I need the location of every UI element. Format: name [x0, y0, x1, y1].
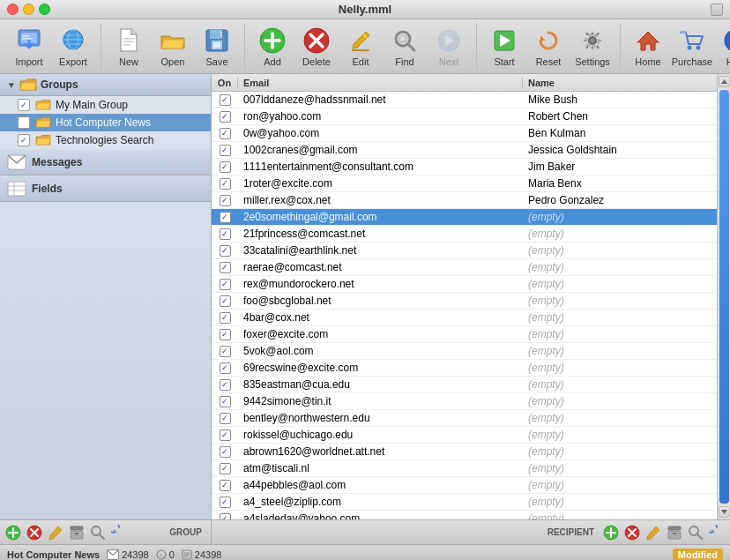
undo-recipient-button[interactable]	[707, 523, 726, 542]
cell-on[interactable]: ✓	[212, 480, 238, 491]
table-row[interactable]: ✓0w@yahoo.comBen Kulman	[212, 125, 717, 142]
remove-group-button[interactable]	[25, 523, 44, 542]
table-row[interactable]: ✓4bar@cox.net(empty)	[212, 310, 717, 326]
table-row[interactable]: ✓2e0somethingal@gmail.com(empty)	[212, 209, 717, 226]
search-recipient-button[interactable]	[686, 523, 705, 542]
row-checkbox[interactable]: ✓	[220, 245, 231, 257]
home-button[interactable]: Home	[626, 24, 670, 70]
cell-on[interactable]: ✓	[212, 379, 238, 391]
row-checkbox[interactable]: ✓	[220, 161, 231, 173]
table-row[interactable]: ✓1111entertainment@consultant.comJim Bak…	[212, 159, 717, 175]
table-body[interactable]: ✓007lddaneze@hadssnmail.netMike Bush✓ron…	[212, 92, 717, 519]
scrollbar-thumb[interactable]	[719, 90, 729, 504]
start-button[interactable]: Start	[482, 24, 526, 70]
find-button[interactable]: Find	[383, 24, 427, 70]
table-row[interactable]: ✓835eastman@cua.edu(empty)	[212, 377, 717, 393]
sidebar-item-technologies-search[interactable]: Technologies Search	[0, 131, 211, 149]
row-checkbox[interactable]: ✓	[220, 312, 231, 324]
row-checkbox[interactable]: ✓	[220, 195, 231, 206]
row-checkbox[interactable]: ✓	[220, 329, 231, 340]
table-row[interactable]: ✓bentley@northwestern.edu(empty)	[212, 410, 717, 427]
row-checkbox[interactable]: ✓	[220, 346, 231, 357]
table-row[interactable]: ✓007lddaneze@hadssnmail.netMike Bush	[212, 92, 717, 108]
cell-on[interactable]: ✓	[212, 463, 238, 474]
cell-on[interactable]: ✓	[212, 195, 238, 206]
table-row[interactable]: ✓miller.rex@cox.netPedro Gonzalez	[212, 192, 717, 209]
cell-on[interactable]: ✓	[212, 145, 238, 156]
cell-on[interactable]: ✓	[212, 312, 238, 324]
edit-recipient-button[interactable]	[644, 523, 663, 542]
reset-button[interactable]: Reset	[526, 24, 570, 70]
import-button[interactable]: Import	[7, 24, 51, 70]
cell-on[interactable]: ✓	[212, 429, 238, 441]
row-checkbox[interactable]: ✓	[220, 295, 231, 307]
open-button[interactable]: Open	[151, 24, 195, 70]
row-checkbox[interactable]: ✓	[220, 362, 231, 374]
tech-search-checkbox[interactable]	[18, 134, 30, 146]
scroll-up-button[interactable]	[719, 76, 730, 87]
delete-button[interactable]: Delete	[294, 24, 339, 70]
undo-group-button[interactable]	[109, 523, 129, 542]
row-checkbox[interactable]: ✓	[220, 429, 231, 441]
edit-button[interactable]: Edit	[339, 24, 383, 70]
cell-on[interactable]: ✓	[212, 497, 238, 508]
table-row[interactable]: ✓raerae@comcast.net(empty)	[212, 259, 717, 276]
table-row[interactable]: ✓1roter@excite.comMaria Benx	[212, 175, 717, 192]
cell-on[interactable]: ✓	[212, 262, 238, 273]
table-row[interactable]: ✓1002cranes@gmail.comJessica Goldshtain	[212, 142, 717, 159]
cell-on[interactable]: ✓	[212, 346, 238, 357]
archive-recipient-button[interactable]	[665, 523, 684, 542]
row-checkbox[interactable]: ✓	[220, 396, 231, 407]
table-row[interactable]: ✓a44pebbles@aol.com(empty)	[212, 477, 717, 494]
table-row[interactable]: ✓69recswine@excite.com(empty)	[212, 360, 717, 377]
maximize-button[interactable]	[39, 4, 50, 15]
row-checkbox[interactable]: ✓	[220, 463, 231, 474]
add-group-button[interactable]	[4, 523, 23, 542]
cell-on[interactable]: ✓	[212, 295, 238, 307]
row-checkbox[interactable]: ✓	[220, 111, 231, 123]
add-recipient-button[interactable]	[601, 523, 621, 542]
close-button[interactable]	[7, 4, 19, 15]
resize-button[interactable]	[711, 4, 723, 16]
table-row[interactable]: ✓rokissel@uchicago.edu(empty)	[212, 427, 717, 444]
row-checkbox[interactable]: ✓	[220, 446, 231, 458]
add-button[interactable]: Add	[250, 24, 294, 70]
edit-group-button[interactable]	[46, 523, 65, 542]
hot-news-checkbox[interactable]	[18, 116, 30, 129]
row-checkbox[interactable]: ✓	[220, 480, 231, 491]
row-checkbox[interactable]: ✓	[220, 178, 231, 190]
table-row[interactable]: ✓ron@yahoo.comRobert Chen	[212, 108, 717, 125]
search-group-button[interactable]	[88, 523, 108, 542]
table-row[interactable]: ✓a4_steel@ziplip.com(empty)	[212, 494, 717, 511]
row-checkbox[interactable]: ✓	[220, 212, 231, 223]
scrollbar[interactable]	[717, 74, 730, 519]
cell-on[interactable]: ✓	[212, 94, 238, 106]
table-row[interactable]: ✓foo@sbcglobal.net(empty)	[212, 293, 717, 310]
row-checkbox[interactable]: ✓	[220, 497, 231, 508]
save-button[interactable]: Save	[195, 24, 239, 70]
row-checkbox[interactable]: ✓	[220, 128, 231, 139]
row-checkbox[interactable]: ✓	[220, 262, 231, 273]
sidebar-item-main-group[interactable]: My Main Group	[0, 96, 211, 114]
row-checkbox[interactable]: ✓	[220, 513, 231, 520]
table-row[interactable]: ✓a4sladeday@yahoo.com(empty)	[212, 511, 717, 519]
minimize-button[interactable]	[23, 4, 34, 15]
row-checkbox[interactable]: ✓	[220, 145, 231, 156]
remove-recipient-button[interactable]	[622, 523, 642, 542]
cell-on[interactable]: ✓	[212, 212, 238, 223]
cell-on[interactable]: ✓	[212, 329, 238, 340]
main-group-checkbox[interactable]	[18, 99, 30, 111]
fields-section[interactable]: Fields	[0, 175, 211, 202]
cell-on[interactable]: ✓	[212, 245, 238, 257]
groups-triangle[interactable]: ▼	[7, 80, 16, 90]
cell-on[interactable]: ✓	[212, 228, 238, 240]
cell-on[interactable]: ✓	[212, 161, 238, 173]
new-button[interactable]: New	[107, 24, 151, 70]
row-checkbox[interactable]: ✓	[220, 94, 231, 106]
table-row[interactable]: ✓5vok@aol.com(empty)	[212, 343, 717, 360]
cell-on[interactable]: ✓	[212, 396, 238, 407]
table-row[interactable]: ✓9442simone@tin.it(empty)	[212, 393, 717, 410]
row-checkbox[interactable]: ✓	[220, 228, 231, 240]
cell-on[interactable]: ✓	[212, 279, 238, 290]
purchase-button[interactable]: Purchase	[670, 24, 714, 70]
